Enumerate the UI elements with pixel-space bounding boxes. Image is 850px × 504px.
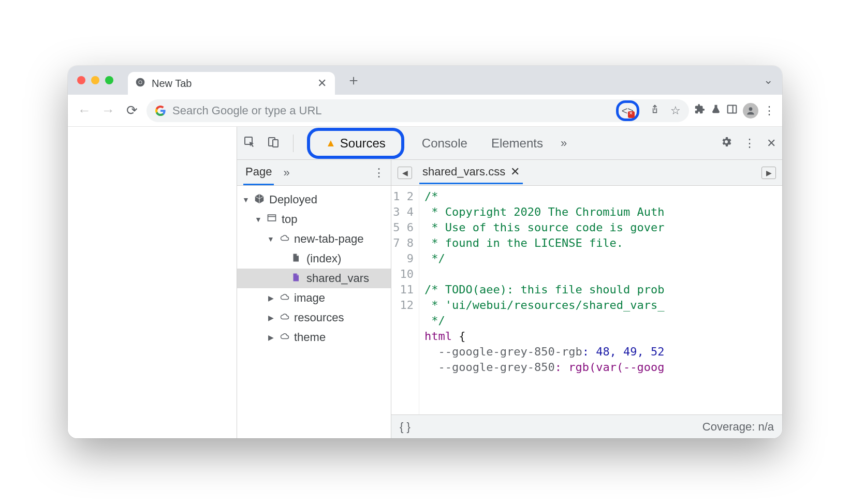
code-content: /* * Copyright 2020 The Chromium Auth * … xyxy=(419,186,782,414)
tree-label: top xyxy=(282,213,298,226)
side-panel-icon[interactable] xyxy=(726,104,738,117)
collapse-triangle-icon: ▼ xyxy=(255,215,262,224)
inspect-element-icon[interactable] xyxy=(243,136,256,151)
editor-pane: ◀ shared_vars.css ✕ ▶ 1 2 3 4 5 6 7 8 9 … xyxy=(391,160,782,438)
coverage-label: Coverage: n/a xyxy=(702,420,774,434)
share-icon[interactable] xyxy=(650,103,660,118)
navigator-kebab-icon[interactable]: ⋮ xyxy=(373,166,385,180)
open-file-tab[interactable]: shared_vars.css ✕ xyxy=(419,161,523,184)
file-icon xyxy=(291,252,302,265)
chrome-icon xyxy=(135,77,145,90)
devtools-panel: ▲ Sources Console Elements » ⋮ ✕ xyxy=(237,127,782,438)
tab-sources[interactable]: ▲ Sources xyxy=(319,133,392,154)
warning-triangle-icon: ▲ xyxy=(326,137,336,149)
navigator-pane: Page » ⋮ ▼ Deployed ▼ top xyxy=(237,160,391,438)
cloud-icon xyxy=(279,311,290,324)
kebab-menu-icon[interactable]: ⋮ xyxy=(764,104,775,117)
svg-rect-3 xyxy=(728,105,737,113)
settings-gear-icon[interactable] xyxy=(720,136,732,151)
css-file-icon xyxy=(291,272,302,285)
tree-node-shared-vars[interactable]: shared_vars xyxy=(237,269,391,288)
devtools-code-icon[interactable]: <> xyxy=(622,105,634,117)
more-navigator-tabs-icon[interactable]: » xyxy=(283,166,289,180)
show-debugger-icon[interactable]: ▶ xyxy=(761,167,776,179)
fullscreen-window-button[interactable] xyxy=(105,76,113,84)
tab-sources-label: Sources xyxy=(340,136,386,151)
error-badge-icon xyxy=(628,111,635,118)
tree-label: Deployed xyxy=(269,193,317,206)
extensions-puzzle-icon[interactable] xyxy=(694,103,706,118)
expand-triangle-icon: ▶ xyxy=(267,294,274,302)
svg-point-5 xyxy=(749,107,753,111)
frame-icon xyxy=(266,213,277,226)
tab-list-chevron-icon[interactable]: ⌄ xyxy=(764,73,773,87)
expand-triangle-icon: ▶ xyxy=(267,333,274,342)
tree-label: resources xyxy=(294,311,344,324)
window-controls xyxy=(77,76,113,84)
back-icon[interactable]: ← xyxy=(75,102,94,118)
tab-title: New Tab xyxy=(152,78,192,90)
editor-footer: { } Coverage: n/a xyxy=(391,414,782,438)
cloud-icon xyxy=(279,291,290,305)
tree-label: theme xyxy=(294,331,326,344)
content-area: ▲ Sources Console Elements » ⋮ ✕ xyxy=(68,127,782,438)
navigator-tab-page[interactable]: Page xyxy=(243,160,274,185)
cloud-icon xyxy=(279,331,290,344)
tree-label: new-tab-page xyxy=(294,232,364,246)
omnibox-placeholder: Search Google or type a URL xyxy=(172,104,322,117)
show-navigator-icon[interactable]: ◀ xyxy=(398,167,412,179)
browser-window: New Tab ✕ ＋ ⌄ ← → ⟳ Search Google or typ… xyxy=(68,66,782,438)
close-tab-icon[interactable]: ✕ xyxy=(317,77,327,90)
tab-elements[interactable]: Elements xyxy=(485,133,549,154)
sources-body: Page » ⋮ ▼ Deployed ▼ top xyxy=(237,160,782,438)
tree-node-index[interactable]: (index) xyxy=(237,249,391,269)
sources-tab-highlight: ▲ Sources xyxy=(307,128,404,159)
bookmark-star-icon[interactable]: ☆ xyxy=(670,104,681,117)
browser-toolbar: ← → ⟳ Search Google or type a URL <> ☆ xyxy=(68,95,782,127)
editor-tabbar: ◀ shared_vars.css ✕ ▶ xyxy=(391,160,782,186)
tree-label: (index) xyxy=(306,252,341,265)
tree-label: image xyxy=(294,291,325,305)
google-g-icon xyxy=(155,105,166,116)
navigator-header: Page » ⋮ xyxy=(237,160,391,186)
expand-triangle-icon: ▶ xyxy=(267,314,274,322)
device-toggle-icon[interactable] xyxy=(267,136,280,151)
more-tabs-chevron-icon[interactable]: » xyxy=(561,137,567,150)
line-gutter: 1 2 3 4 5 6 7 8 9 10 11 12 xyxy=(391,186,419,414)
forward-icon[interactable]: → xyxy=(99,102,118,118)
tree-node-image[interactable]: ▶ image xyxy=(237,288,391,308)
tab-console[interactable]: Console xyxy=(416,133,474,154)
reload-icon[interactable]: ⟳ xyxy=(123,102,141,118)
labs-flask-icon[interactable] xyxy=(711,103,721,118)
close-devtools-icon[interactable]: ✕ xyxy=(767,137,776,150)
tree-node-resources[interactable]: ▶ resources xyxy=(237,308,391,328)
profile-avatar[interactable] xyxy=(743,103,758,118)
close-file-tab-icon[interactable]: ✕ xyxy=(510,165,520,179)
minimize-window-button[interactable] xyxy=(91,76,99,84)
svg-rect-8 xyxy=(273,140,278,147)
close-window-button[interactable] xyxy=(77,76,85,84)
browser-tab[interactable]: New Tab ✕ xyxy=(128,72,335,95)
omnibox-right-icons: <> ☆ xyxy=(616,100,681,121)
page-viewport xyxy=(68,127,237,438)
code-editor[interactable]: 1 2 3 4 5 6 7 8 9 10 11 12 /* * Copyrigh… xyxy=(391,186,782,414)
pretty-print-icon[interactable]: { } xyxy=(400,420,411,434)
cube-icon xyxy=(254,193,265,206)
collapse-triangle-icon: ▼ xyxy=(242,196,250,204)
tab-strip: New Tab ✕ ＋ ⌄ xyxy=(68,66,782,95)
cloud-icon xyxy=(279,232,290,246)
svg-rect-9 xyxy=(268,215,276,221)
address-bar[interactable]: Search Google or type a URL <> ☆ xyxy=(146,99,689,122)
devtools-kebab-icon[interactable]: ⋮ xyxy=(744,137,755,150)
tree-node-top[interactable]: ▼ top xyxy=(237,210,391,229)
separator xyxy=(293,135,294,152)
svg-point-2 xyxy=(139,81,141,83)
collapse-triangle-icon: ▼ xyxy=(267,235,274,243)
devtools-extension-highlight: <> xyxy=(616,100,639,121)
tree-node-deployed[interactable]: ▼ Deployed xyxy=(237,190,391,210)
tree-node-new-tab-page[interactable]: ▼ new-tab-page xyxy=(237,229,391,249)
tree-node-theme[interactable]: ▶ theme xyxy=(237,328,391,347)
file-tab-label: shared_vars.css xyxy=(422,165,505,179)
new-tab-button[interactable]: ＋ xyxy=(346,70,361,90)
tree-label: shared_vars xyxy=(306,272,369,285)
